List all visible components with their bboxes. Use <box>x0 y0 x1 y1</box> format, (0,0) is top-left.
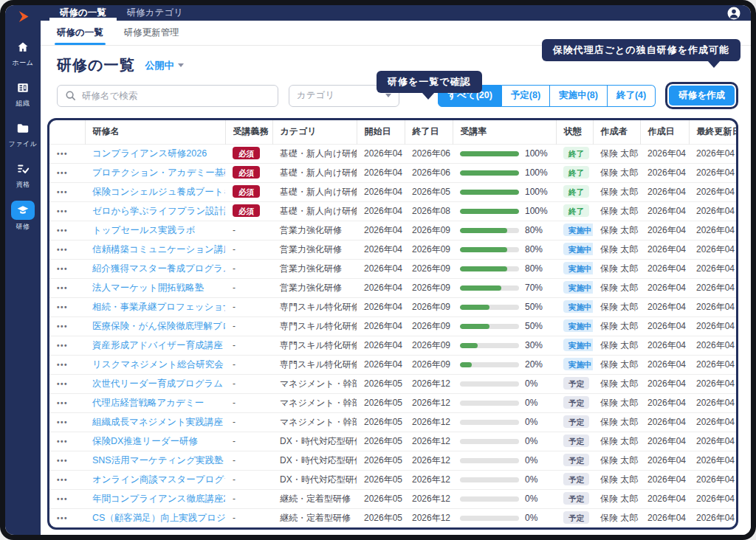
training-name-link[interactable]: プロテクション・アカデミー基礎講座 <box>92 167 225 178</box>
status-badge: 実施中 <box>563 319 593 332</box>
row-menu-cell: ••• <box>49 201 85 221</box>
user-avatar-icon[interactable] <box>726 6 741 21</box>
column-header: 作成者 <box>593 120 640 144</box>
duty-badge: 必須 <box>233 147 260 159</box>
row-menu-icon[interactable]: ••• <box>57 361 68 369</box>
training-name-link[interactable]: 次世代リーダー育成プログラム <box>92 378 223 389</box>
updated-date-cell: 2026年04 <box>689 278 738 297</box>
category-cell: 専門スキル特化研修 <box>272 316 357 336</box>
progress-track <box>460 496 519 502</box>
training-name-link[interactable]: 紹介獲得マスター養成プログラム <box>92 263 225 274</box>
created-date-cell: 2026年04 <box>640 508 689 527</box>
category-cell: DX・時代対応型研修 <box>272 432 357 451</box>
status-filter-button[interactable]: 実施中(8) <box>550 85 608 107</box>
status-filter-button[interactable]: 終了(4) <box>608 85 656 107</box>
app-logo-icon[interactable] <box>5 5 41 27</box>
table-row: •••CS（顧客満足）向上実践プロジェクト-継続・定着型研修2026年05202… <box>49 508 738 527</box>
progress-value: 50% <box>525 321 543 331</box>
training-name-link[interactable]: 医療保険・がん保険徹底理解プログラ <box>92 321 225 331</box>
column-header: 状態 <box>556 120 593 144</box>
row-menu-cell: ••• <box>49 259 85 278</box>
category-cell: マネジメント・幹部研修 <box>272 412 357 432</box>
row-menu-icon[interactable]: ••• <box>57 437 68 446</box>
secondary-tab[interactable]: 研修の一覧 <box>57 21 103 45</box>
folder-icon <box>11 120 35 137</box>
row-menu-icon[interactable]: ••• <box>57 188 68 196</box>
training-name-cell: 代理店経営戦略アカデミー <box>85 393 225 412</box>
status-cell: 予定 <box>556 432 593 451</box>
column-header-menu <box>49 120 85 144</box>
row-menu-icon[interactable]: ••• <box>57 207 68 215</box>
progress-fill <box>460 305 489 310</box>
training-name-link[interactable]: 資産形成アドバイザー育成講座 <box>92 340 222 350</box>
sidebar-item-license[interactable]: 資格 <box>5 160 41 190</box>
topbar-tab[interactable]: 研修カテゴリ <box>117 5 193 21</box>
row-menu-cell: ••• <box>49 336 85 355</box>
progress-fill <box>460 170 519 176</box>
row-menu-icon[interactable]: ••• <box>57 495 68 503</box>
row-menu-icon[interactable]: ••• <box>57 476 68 484</box>
end-date-cell: 2026年12 <box>405 508 453 527</box>
row-menu-icon[interactable]: ••• <box>57 169 68 177</box>
training-name-link[interactable]: オンライン商談マスタープログラム <box>92 474 225 485</box>
training-name-link[interactable]: SNS活用マーケティング実践塾 <box>92 455 223 465</box>
training-name-link[interactable]: 代理店経営戦略アカデミー <box>92 398 204 408</box>
row-menu-icon[interactable]: ••• <box>57 342 68 350</box>
status-filter-button[interactable]: 予定(8) <box>502 85 550 107</box>
training-name-link[interactable]: コンプライアンス研修2026 <box>92 148 207 159</box>
training-name-link[interactable]: 法人マーケット開拓戦略塾 <box>92 283 204 293</box>
row-menu-icon[interactable]: ••• <box>57 150 68 158</box>
training-name-link[interactable]: トップセールス実践ラボ <box>92 225 196 235</box>
chevron-down-icon <box>385 94 391 97</box>
create-training-button[interactable]: 研修を作成 <box>669 86 735 105</box>
visibility-filter-dropdown[interactable]: 公開中 <box>145 59 184 72</box>
topbar-tab[interactable]: 研修の一覧 <box>49 5 117 21</box>
sidebar-item-home[interactable]: ホーム <box>5 38 41 68</box>
sidebar-item-training[interactable]: 研修 <box>5 201 41 232</box>
table-row: •••リスクマネジメント総合研究会-専門スキル特化研修2026年042026年0… <box>49 355 738 374</box>
training-name-link[interactable]: 信頼構築コミュニケーション講座 <box>92 244 225 255</box>
training-name-link[interactable]: ゼロから学ぶライフプラン設計講座 <box>92 206 225 216</box>
training-name-link[interactable]: 年間コンプライアンス徹底講座2026 <box>92 494 225 504</box>
duty-none: - <box>233 398 236 408</box>
row-menu-icon[interactable]: ••• <box>57 418 68 426</box>
progress-fill <box>460 343 478 348</box>
duty-none: - <box>233 263 236 274</box>
training-name-cell: 紹介獲得マスター養成プログラム <box>85 259 225 278</box>
sidebar-item-org[interactable]: 組織 <box>5 79 41 108</box>
row-menu-icon[interactable]: ••• <box>57 265 68 273</box>
row-menu-icon[interactable]: ••• <box>57 457 68 465</box>
training-name-link[interactable]: CS（顧客満足）向上実践プロジェクト <box>92 513 225 523</box>
training-name-link[interactable]: 保険DX推進リーダー研修 <box>92 436 198 446</box>
end-date-cell: 2026年12 <box>405 412 453 432</box>
row-menu-icon[interactable]: ••• <box>57 380 68 388</box>
status-cell: 予定 <box>556 489 593 508</box>
sidebar-item-label: 研修 <box>16 222 30 232</box>
column-header: 受講率 <box>453 120 556 144</box>
training-name-link[interactable]: 相続・事業承継プロフェッショナル講 <box>92 302 225 312</box>
training-name-link[interactable]: リスクマネジメント総合研究会 <box>92 359 224 370</box>
training-name-link[interactable]: 組織成長マネジメント実践講座 <box>92 417 223 427</box>
row-menu-icon[interactable]: ••• <box>57 246 68 254</box>
duty-none: - <box>233 321 236 331</box>
secondary-tab[interactable]: 研修更新管理 <box>124 21 179 45</box>
rate-cell: 100% <box>453 144 556 163</box>
start-date-cell: 2026年04 <box>357 336 405 355</box>
progress-bar: 0% <box>460 378 549 389</box>
training-name-link[interactable]: 保険コンシェルジュ養成ブートキャン <box>92 187 225 197</box>
row-menu-icon[interactable]: ••• <box>57 399 68 407</box>
row-menu-icon[interactable]: ••• <box>57 322 68 330</box>
org-icon <box>11 79 35 97</box>
progress-bar: 80% <box>460 225 549 235</box>
row-menu-icon[interactable]: ••• <box>57 514 68 522</box>
end-date-cell: 2026年12 <box>405 470 453 489</box>
row-menu-icon[interactable]: ••• <box>57 303 68 311</box>
sidebar-item-folder[interactable]: ファイル <box>5 120 41 149</box>
tooltip-create-hint: 保険代理店ごとの独自研修を作成可能 <box>542 39 740 61</box>
row-menu-icon[interactable]: ••• <box>57 284 68 292</box>
row-menu-icon[interactable]: ••• <box>57 226 68 235</box>
search-input[interactable] <box>82 91 270 101</box>
table-row: •••相続・事業承継プロフェッショナル講-専門スキル特化研修2026年04202… <box>49 297 738 316</box>
created-date-cell: 2026年04 <box>640 374 689 393</box>
training-name-cell: 医療保険・がん保険徹底理解プログラ <box>85 316 225 336</box>
